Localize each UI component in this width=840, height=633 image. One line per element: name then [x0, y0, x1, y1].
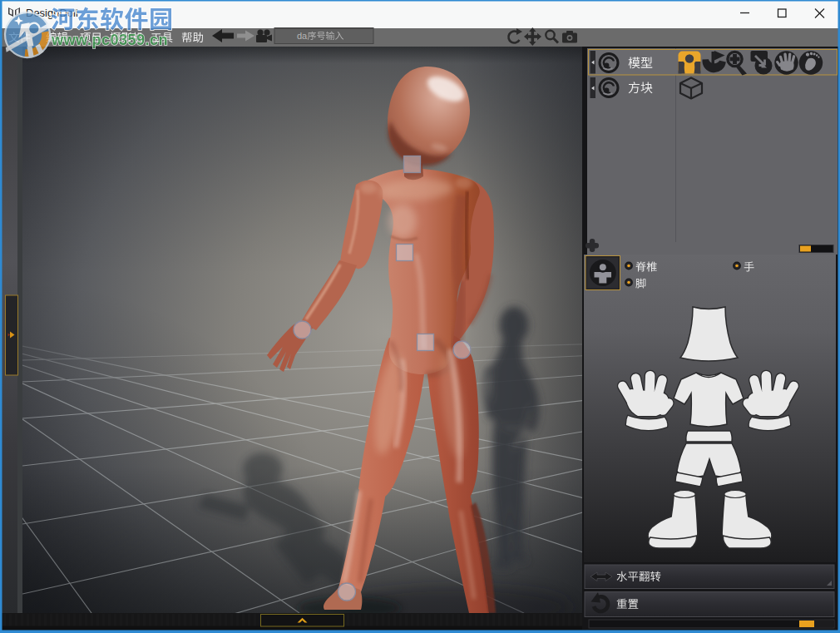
- svg-text:www.pc0359.cn: www.pc0359.cn: [51, 32, 168, 48]
- svg-text:da: da: [297, 31, 308, 41]
